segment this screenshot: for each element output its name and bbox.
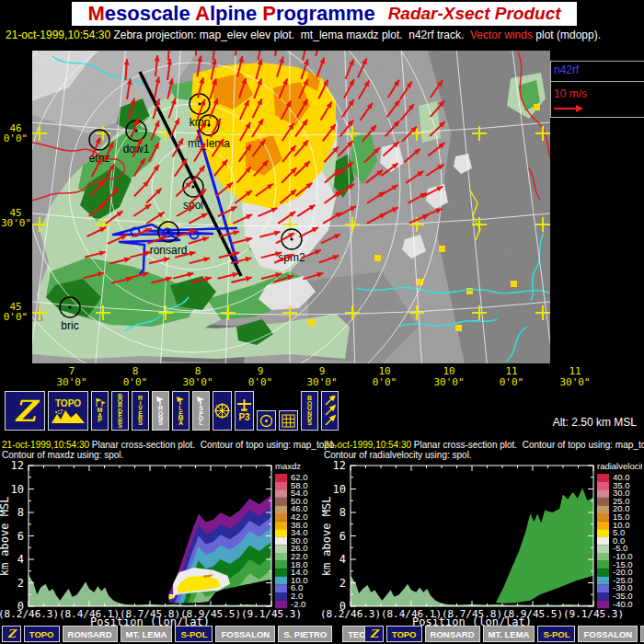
toolbar-button-map-overlay[interactable]: MAP: [91, 391, 109, 431]
xsect-header-right: 21-oct-1999,10:54:30 Planar cross-sectio…: [324, 440, 644, 450]
station-button-fossalon[interactable]: FOSSALON: [215, 626, 275, 642]
topo-label: TOPO: [55, 398, 81, 408]
station-button-fossalon[interactable]: FOSSALON: [578, 626, 638, 642]
map-x-tick-label: 1030'0": [421, 366, 477, 388]
map-x-tick-label: 930'0": [294, 366, 350, 388]
toolbar-button-label: MAP: [98, 408, 103, 422]
toolbar-button-label: SPOL: [199, 406, 203, 426]
toolbar-button-topo[interactable]: TOPO: [48, 391, 88, 431]
map-x-tick-label: 90'0": [233, 366, 288, 388]
svg-text:8: 8: [17, 506, 24, 519]
toolbar-button-label: RIVERS: [138, 396, 143, 425]
station-toolbar-right: ZTOPORONSARDMT. LEMAS-POLFOSSALONS. PIET…: [364, 625, 644, 643]
map-panel[interactable]: etnzdow1kmnmt_lemaspolronsardspm2bric: [32, 51, 550, 363]
toolbar-button-bounds-overlay[interactable]: BOUNDS: [301, 391, 318, 431]
text-segment: Planar cross-section plot. Contour of to…: [411, 440, 644, 450]
svg-text:6: 6: [17, 530, 24, 543]
app-title-bar: Mesoscale Alpine Programme Radar-Xsect P…: [72, 2, 577, 26]
svg-text:-2.0: -2.0: [291, 599, 305, 609]
legend-divider: [550, 81, 644, 82]
text-segment: Zebra projection: map_elev elev plot. mt…: [110, 29, 470, 41]
wheel-icon: [214, 403, 230, 419]
svg-text:-40.0: -40.0: [613, 599, 633, 609]
map-x-tick-label: 730'0": [44, 366, 99, 388]
toolbar-button-label: BOUNDS: [307, 396, 312, 425]
station-button-ronsard[interactable]: RONSARD: [425, 626, 480, 642]
xsect-plot-radialvelocity[interactable]: 024681012(8.2/46.3)(8.4/46.1)(8.7/45.8)(…: [322, 455, 642, 627]
track-legend-label: n42rf: [554, 63, 579, 76]
toolbar-button-zebra-logo[interactable]: Z: [5, 391, 45, 431]
p3-label: P3: [238, 412, 249, 422]
svg-text:(9.1/45.3): (9.1/45.3): [241, 608, 302, 620]
svg-text:bric: bric: [61, 319, 78, 332]
status-line: 21-oct-1999,10:54:30 Zebra projection: m…: [6, 29, 644, 43]
legend-divider: [550, 117, 644, 118]
toolbar-button-grid-tool[interactable]: [279, 410, 298, 431]
text-segment: lpine: [210, 2, 262, 25]
svg-text:2: 2: [17, 577, 24, 590]
xsect-header-left: 21-oct-1999,10:54:30 Planar cross-sectio…: [2, 440, 337, 450]
station-toolbar-left: ZTOPORONSARDMT. LEMAS-POLFOSSALONS. PIET…: [2, 625, 384, 643]
legend-border: [550, 61, 551, 117]
toolbar-button-borders-overlay[interactable]: BORDERS: [111, 391, 129, 431]
station-button-s-pol[interactable]: S-POL: [175, 626, 213, 642]
text-segment: Planar cross-section plot. Contour of to…: [89, 440, 337, 450]
text-segment: rogramme: [276, 2, 375, 25]
svg-text:ronsard: ronsard: [150, 244, 188, 257]
svg-text:4: 4: [339, 553, 346, 566]
colorbar-maxdz: maxdz62.058.054.050.046.042.038.034.030.…: [275, 461, 308, 609]
map-canvas[interactable]: etnzdow1kmnmt_lemaspolronsardspm2bric: [32, 51, 550, 363]
svg-text:radialvelocity▯: radialvelocity▯: [597, 461, 642, 471]
xsect-panel-right: 21-oct-1999,10:54:30 Planar cross-sectio…: [322, 440, 642, 624]
zebra-logo-glyph: Z: [14, 394, 35, 429]
svg-text:12: 12: [333, 459, 346, 472]
toolbar-button-label: RONS: [158, 406, 163, 426]
svg-text:mt_lema: mt_lema: [188, 137, 230, 150]
toolbar-button-wheel-tool[interactable]: [213, 391, 232, 431]
toolbar-button-lema-radar[interactable]: LEMA: [172, 391, 190, 431]
map-y-tick-label: 4530'0": [1, 208, 30, 228]
map-legend: n42rf 10 m/s: [550, 51, 644, 143]
text-segment: P: [262, 2, 276, 25]
toolbar-button-spol-radar[interactable]: SPOL: [192, 391, 210, 431]
station-button-mt-lema[interactable]: MT. LEMA: [483, 626, 535, 642]
toolbar-button-wind-vectors[interactable]: [321, 391, 339, 431]
svg-text:10: 10: [333, 483, 346, 496]
svg-text:2: 2: [339, 577, 346, 590]
legend-divider: [550, 61, 644, 62]
map-x-tick-label: 830'0": [170, 366, 225, 388]
grid-icon: [282, 414, 295, 428]
station-button-topo[interactable]: TOPO: [24, 626, 60, 642]
toolbar-button-ronsard-radar[interactable]: RONS: [152, 391, 169, 431]
arrows-icon: [324, 396, 337, 427]
toolbar-button-p3-aircraft[interactable]: P3: [235, 391, 254, 431]
altitude-readout: Alt: 2.50 km MSL: [515, 416, 637, 429]
station-button-s-pol[interactable]: S-POL: [537, 626, 575, 642]
toolbar-button-target-tool[interactable]: [257, 410, 276, 431]
station-button-s-pietro[interactable]: S. PIETRO: [278, 626, 332, 642]
map-y-tick-label: 450'0": [1, 302, 30, 322]
svg-text:(8.2/46.3): (8.2/46.3): [322, 608, 381, 620]
svg-text:6: 6: [339, 530, 346, 543]
text-segment: 21-oct-1999,10:54:30: [324, 440, 411, 450]
station-button-ronsard[interactable]: RONSARD: [63, 626, 118, 642]
svg-text:(8.2/46.3): (8.2/46.3): [0, 608, 59, 620]
station-button-topo[interactable]: TOPO: [386, 626, 422, 642]
svg-text:maxdz: maxdz: [275, 461, 301, 471]
station-button-z[interactable]: Z: [2, 626, 21, 642]
svg-text:4: 4: [17, 553, 24, 566]
map-x-tick-label: 1130'0": [547, 366, 603, 388]
xsect-plot-maxdz[interactable]: 024681012(8.2/46.3)(8.4/46.1)(8.7/45.8)(…: [0, 455, 320, 627]
map-y-tick-label: 460'0": [1, 123, 30, 144]
station-button-s-pietro[interactable]: S. PIETRO: [640, 626, 644, 642]
station-button-z[interactable]: Z: [364, 626, 384, 642]
wind-scale-label: 10 m/s: [554, 87, 587, 100]
toolbar-button-label: LEMA: [178, 406, 184, 426]
station-button-mt-lema[interactable]: MT. LEMA: [121, 626, 173, 642]
xsect-panel-left: 21-oct-1999,10:54:30 Planar cross-sectio…: [0, 440, 320, 624]
text-segment: Vector winds: [470, 29, 533, 41]
map-x-tick-label: 100'0": [357, 366, 412, 388]
text-segment: 21-oct-1999,10:54:30: [6, 29, 110, 41]
text-segment: esoscale: [105, 2, 195, 25]
toolbar-button-rivers-overlay[interactable]: RIVERS: [132, 391, 149, 431]
